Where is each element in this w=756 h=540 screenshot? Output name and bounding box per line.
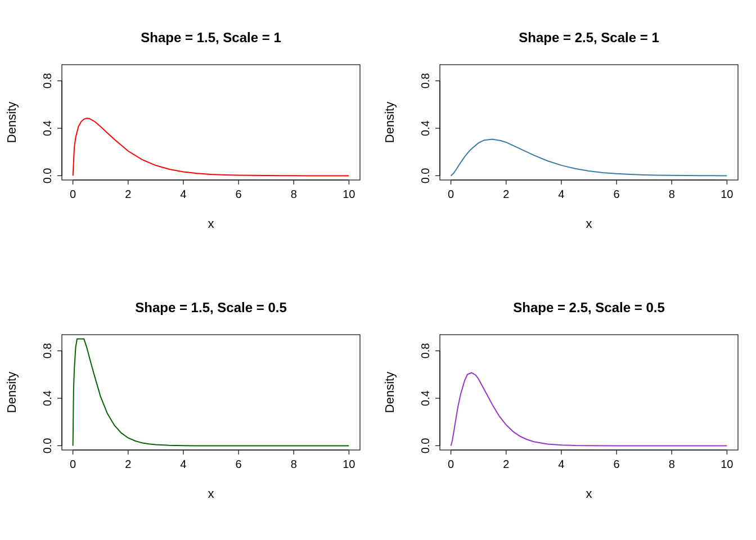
density-curve xyxy=(451,139,727,176)
plot-box xyxy=(62,65,360,180)
x-tick-label: 2 xyxy=(125,188,131,200)
y-tick-label: 0.0 xyxy=(419,438,431,454)
x-tick-label: 8 xyxy=(669,188,675,200)
x-tick-label: 6 xyxy=(614,458,620,470)
chart-svg: Shape = 2.5, Scale = 0.502468100.00.40.8… xyxy=(378,270,756,540)
x-axis-label: x xyxy=(208,217,214,231)
y-tick-label: 0.0 xyxy=(419,168,431,184)
x-axis-label: x xyxy=(586,217,592,231)
y-tick-label: 0.8 xyxy=(41,73,53,89)
chart-svg: Shape = 2.5, Scale = 102468100.00.40.8xD… xyxy=(378,0,756,270)
x-tick-label: 2 xyxy=(503,188,509,200)
chart-svg: Shape = 1.5, Scale = 102468100.00.40.8xD… xyxy=(0,0,378,270)
y-axis-label: Density xyxy=(4,372,19,413)
panel-1: Shape = 2.5, Scale = 102468100.00.40.8xD… xyxy=(378,0,756,270)
y-tick-label: 0.8 xyxy=(419,73,431,89)
x-tick-label: 4 xyxy=(180,458,186,470)
x-tick-label: 10 xyxy=(721,188,733,200)
y-tick-label: 0.4 xyxy=(419,390,431,406)
x-tick-label: 8 xyxy=(291,458,297,470)
y-tick-label: 0.4 xyxy=(419,120,431,136)
x-tick-label: 10 xyxy=(721,458,733,470)
y-tick-label: 0.8 xyxy=(419,343,431,359)
x-axis-label: x xyxy=(586,487,592,501)
y-axis-label: Density xyxy=(4,102,19,143)
y-axis-label: Density xyxy=(382,372,397,413)
density-curve xyxy=(73,339,349,446)
y-axis-label: Density xyxy=(382,102,397,143)
x-tick-label: 0 xyxy=(70,458,76,470)
panel-2: Shape = 1.5, Scale = 0.502468100.00.40.8… xyxy=(0,270,378,540)
plot-box xyxy=(440,65,738,180)
panel-0: Shape = 1.5, Scale = 102468100.00.40.8xD… xyxy=(0,0,378,270)
chart-title: Shape = 1.5, Scale = 0.5 xyxy=(135,300,287,315)
x-tick-label: 0 xyxy=(70,188,76,200)
chart-title: Shape = 1.5, Scale = 1 xyxy=(141,30,281,45)
x-tick-label: 0 xyxy=(448,458,454,470)
x-tick-label: 6 xyxy=(614,188,620,200)
chart-title: Shape = 2.5, Scale = 1 xyxy=(519,30,659,45)
x-tick-label: 10 xyxy=(343,188,355,200)
y-tick-label: 0.4 xyxy=(41,120,53,136)
y-tick-label: 0.4 xyxy=(41,390,53,406)
x-tick-label: 2 xyxy=(125,458,131,470)
chart-svg: Shape = 1.5, Scale = 0.502468100.00.40.8… xyxy=(0,270,378,540)
x-tick-label: 4 xyxy=(558,458,564,470)
y-tick-label: 0.8 xyxy=(41,343,53,359)
plot-box xyxy=(440,335,738,450)
x-tick-label: 6 xyxy=(236,458,242,470)
plot-box xyxy=(62,335,360,450)
panel-3: Shape = 2.5, Scale = 0.502468100.00.40.8… xyxy=(378,270,756,540)
x-tick-label: 10 xyxy=(343,458,355,470)
x-tick-label: 4 xyxy=(180,188,186,200)
y-tick-label: 0.0 xyxy=(41,438,53,454)
x-tick-label: 4 xyxy=(558,188,564,200)
density-curve xyxy=(73,118,349,176)
x-axis-label: x xyxy=(208,487,214,501)
density-curve xyxy=(451,373,727,446)
x-tick-label: 8 xyxy=(291,188,297,200)
x-tick-label: 8 xyxy=(669,458,675,470)
x-tick-label: 0 xyxy=(448,188,454,200)
x-tick-label: 6 xyxy=(236,188,242,200)
chart-title: Shape = 2.5, Scale = 0.5 xyxy=(513,300,665,315)
x-tick-label: 2 xyxy=(503,458,509,470)
y-tick-label: 0.0 xyxy=(41,168,53,184)
chart-grid: Shape = 1.5, Scale = 102468100.00.40.8xD… xyxy=(0,0,756,540)
